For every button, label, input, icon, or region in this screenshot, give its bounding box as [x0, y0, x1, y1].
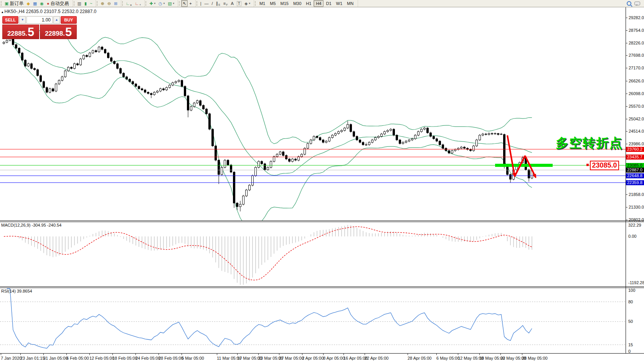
- auto-scroll-icon: ∟: [126, 1, 130, 6]
- text-icon: A: [231, 1, 234, 6]
- price-tick-label: 27698.0: [629, 53, 644, 58]
- tile-windows-icon[interactable]: ⊞: [112, 0, 119, 7]
- vertical-line-icon: |: [200, 1, 201, 6]
- horizontal-line-icon: —: [205, 1, 209, 6]
- autotrading-button[interactable]: ●自动交易: [45, 0, 71, 7]
- chevron-down-icon[interactable]: ▾: [163, 2, 165, 5]
- fibonacci-icon[interactable]: ≡F: [222, 0, 230, 7]
- price-tick-label: 21858.0: [629, 192, 644, 197]
- time-axis-label: 18 Feb 05:00: [112, 356, 137, 360]
- templates-icon: ▧: [168, 1, 172, 6]
- text-label-icon[interactable]: T: [235, 0, 243, 7]
- timeframe-mn[interactable]: MN: [345, 0, 356, 7]
- price-tick-label: 27170.0: [629, 66, 644, 70]
- chart-shift-icon[interactable]: ∟+: [133, 0, 142, 7]
- charts-icon[interactable]: ▦: [31, 0, 38, 7]
- macd-indicator-label: MACD(12,26,9) -304.95 -240.54: [1, 223, 61, 227]
- rsi-pane[interactable]: [0, 288, 626, 353]
- metaeditor-icon[interactable]: ◆: [25, 0, 31, 7]
- timeframe-m15[interactable]: M15: [278, 0, 291, 7]
- price-tag: 22887.0: [626, 168, 644, 173]
- indicator-axis-label: -1192.28: [628, 280, 644, 285]
- volume-decrease-button[interactable]: ▼: [19, 16, 26, 24]
- toolbar-group: ▣新订单◆▦◉●自动交易: [0, 0, 73, 7]
- autotrading-button-label: 自动交易: [51, 0, 69, 7]
- price-tick-label: 25570.0: [629, 104, 644, 109]
- price-tick-label: 21330.0: [629, 205, 644, 209]
- community-icon[interactable]: [634, 2, 640, 5]
- macd-pane[interactable]: [0, 222, 626, 286]
- time-axis-label: 6 Feb 05:00: [66, 356, 89, 360]
- indicators-icon[interactable]: ✚▾: [148, 0, 157, 7]
- volume-input[interactable]: [26, 16, 53, 24]
- zoom-in-icon: ⊕: [101, 1, 104, 6]
- time-axis-label: 28 May 05:00: [522, 356, 548, 360]
- sell-button[interactable]: SELL: [2, 16, 18, 24]
- mt4-terminal: { "toolbar": { "groups": [ {"items": [ {…: [0, 0, 644, 362]
- equidistant-channel-icon[interactable]: ∥E: [215, 0, 222, 7]
- arrows-icon: ◈: [244, 1, 248, 6]
- pivot-annotation-text[interactable]: 多空转折点: [556, 135, 629, 152]
- zoom-in-icon[interactable]: ⊕: [99, 0, 106, 7]
- zoom-out-icon[interactable]: ⊖: [106, 0, 112, 7]
- time-axis-label: 22 Apr 05:00: [365, 356, 388, 360]
- pane-divider[interactable]: [0, 286, 644, 287]
- timeframe-m1[interactable]: M1: [257, 0, 268, 7]
- crosshair-icon[interactable]: +: [188, 0, 193, 7]
- timeframe-m5[interactable]: M5: [268, 0, 278, 7]
- line-chart-icon[interactable]: ~: [88, 0, 94, 7]
- time-axis-label: 23 Jan 01:15: [20, 356, 45, 360]
- indicator-axis-label: 322.29: [628, 223, 641, 227]
- bar-chart-icon[interactable]: ▥: [76, 0, 83, 7]
- buy-price-button[interactable]: 22898.5: [40, 25, 77, 39]
- time-axis[interactable]: 7 Jan 202023 Jan 01:1531 Jan 05:006 Feb …: [0, 354, 644, 362]
- time-axis-label: 27 Mar 05:00: [279, 356, 304, 360]
- volume-increase-button[interactable]: ▲: [53, 16, 60, 24]
- buy-price-big-digit: 5: [65, 27, 72, 37]
- pane-divider[interactable]: [0, 288, 644, 288]
- price-level-callout[interactable]: 23085.0: [590, 161, 619, 170]
- timeframe-h4[interactable]: H4: [314, 0, 324, 7]
- price-tick-label: 26098.0: [629, 91, 644, 96]
- tester-icon[interactable]: ◉: [38, 0, 45, 7]
- buy-button[interactable]: BUY: [61, 16, 77, 24]
- templates-icon[interactable]: ▧▾: [166, 0, 176, 7]
- timeframe-w1[interactable]: W1: [334, 0, 345, 7]
- time-axis-label: 2 Apr 05:00: [302, 356, 324, 360]
- timeframe-m30[interactable]: M30: [291, 0, 304, 7]
- toolbar-group: ↖+: [178, 0, 196, 7]
- cursor-icon[interactable]: ↖: [181, 0, 188, 7]
- periods-icon[interactable]: ◷▾: [157, 0, 166, 7]
- sell-price-big-digit: 5: [28, 27, 34, 37]
- bar-chart-icon: ▥: [78, 1, 81, 6]
- timeframe-d1[interactable]: D1: [324, 0, 334, 7]
- indicator-axis-label: 100: [628, 288, 635, 293]
- candlestick-chart-icon[interactable]: ▮: [83, 0, 88, 7]
- sell-price-button[interactable]: 22885.5: [2, 25, 39, 39]
- timeframe-h1[interactable]: H1: [304, 0, 314, 7]
- auto-scroll-icon[interactable]: ∟▸: [124, 0, 133, 7]
- chevron-down-icon[interactable]: ▾: [154, 2, 156, 5]
- search-icon[interactable]: [627, 1, 631, 6]
- text-icon[interactable]: A: [230, 0, 235, 7]
- pane-divider[interactable]: [0, 220, 644, 221]
- chevron-down-icon[interactable]: ▾: [173, 2, 175, 5]
- main-toolbar: ▣新订单◆▦◉●自动交易▥▮~⊕⊖⊞∟▸∟+✚▾◷▾▧▾↖+|—/∥E≡FAT◈…: [0, 0, 644, 7]
- toolbar-group: ⊕⊖⊞: [96, 0, 121, 7]
- vertical-line-icon[interactable]: |: [199, 0, 203, 7]
- tile-windows-icon: ⊞: [114, 1, 117, 6]
- arrows-icon[interactable]: ◈▾: [243, 0, 252, 7]
- periods-icon: ◷: [159, 1, 162, 6]
- price-tick-label: 28226.0: [629, 41, 644, 45]
- new-order-button[interactable]: ▣新订单: [3, 0, 25, 7]
- price-tag: 22648.8: [626, 173, 644, 178]
- trendline-icon[interactable]: /: [210, 0, 215, 7]
- chevron-down-icon[interactable]: ▾: [249, 2, 250, 5]
- new-order-button: ▣: [5, 1, 8, 6]
- pane-divider[interactable]: [0, 222, 644, 222]
- horizontal-line-icon[interactable]: —: [203, 0, 210, 7]
- main-price-chart[interactable]: [0, 7, 626, 221]
- toolbar-group: M1M5M15M30H1H4D1W1MN: [254, 0, 358, 7]
- chart-symbol-icon: ▴: [2, 10, 3, 14]
- price-level-callout-handle[interactable]: [586, 164, 589, 166]
